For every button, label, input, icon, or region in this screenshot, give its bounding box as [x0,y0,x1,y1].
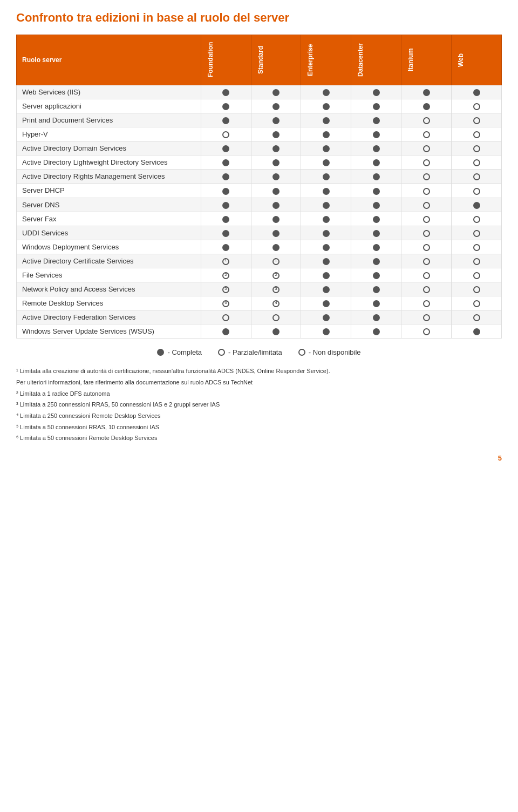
datacenter-cell [351,198,401,212]
enterprise-cell [301,127,351,141]
dot-empty-icon [423,300,430,307]
datacenter-cell [351,310,401,324]
standard-cell [251,113,301,127]
foundation-cell [201,99,251,113]
table-row: Active Directory Domain Services [17,141,502,155]
footnote: ⁵ Limitata a 50 connessioni RRAS, 10 con… [16,422,502,432]
dot-full-icon [423,89,430,96]
enterprise-cell [301,240,351,254]
enterprise-cell [301,254,351,268]
web-cell [452,268,502,282]
web-cell [452,240,502,254]
enterprise-cell [301,296,351,310]
dot-full-icon [373,145,380,152]
role-name-cell: Network Policy and Access Services [17,282,201,296]
standard-cell [251,184,301,198]
dot-full-icon [272,244,280,251]
web-cell [452,226,502,240]
dot-full-icon [373,286,380,293]
role-name-cell: Windows Server Update Services (WSUS) [17,324,201,339]
dot-full-icon [323,117,330,124]
dot-empty-icon [423,230,430,237]
dot-empty-icon [473,300,480,307]
dot-full-icon [272,89,280,96]
dot-empty-icon [473,103,480,110]
itanium-cell [401,254,452,268]
datacenter-cell [351,141,401,155]
dot-full-icon [473,202,480,209]
footnotes: ¹ Limitata alla creazione di autorità di… [16,366,502,443]
datacenter-cell [351,254,401,268]
dot-partial-icon: 1 [272,258,280,265]
datacenter-cell [351,282,401,296]
dot-full-icon [423,103,430,110]
table-row: Active Directory Lightweight Directory S… [17,155,502,170]
dot-full-icon [323,300,330,307]
dot-full-icon [373,244,380,251]
dot-full-icon [323,145,330,152]
dot-empty-icon [473,216,480,223]
itanium-cell [401,282,452,296]
enterprise-cell [301,155,351,170]
dot-full-icon [222,145,229,152]
dot-full-icon [323,202,330,209]
foundation-cell [201,226,251,240]
itanium-cell [401,184,452,198]
dot-full-icon [272,145,280,152]
dot-full-icon [323,159,330,166]
dot-full-icon [222,103,229,110]
dot-full-icon [373,117,380,124]
enterprise-cell [301,226,351,240]
itanium-cell [401,113,452,127]
role-name-cell: Active Directory Lightweight Directory S… [17,155,201,170]
dot-empty-icon [423,159,430,166]
dot-full-icon [473,89,480,96]
role-name-cell: Active Directory Certificate Services [17,254,201,268]
itanium-cell [401,296,452,310]
dot-empty-icon [473,244,480,251]
dot-empty-icon [473,159,480,166]
standard-cell: 2 [251,268,301,282]
dot-empty-icon [423,173,430,180]
standard-cell [251,99,301,113]
datacenter-col-header: Datacenter [351,35,401,85]
dot-empty-icon [473,173,480,180]
dot-empty-icon [473,145,480,152]
dot-full-icon [323,103,330,110]
table-row: UDDI Services [17,226,502,240]
legend-none-label: - Non disponibile [309,348,361,356]
datacenter-cell [351,127,401,141]
foundation-cell [201,141,251,155]
dot-full-icon [222,173,229,180]
itanium-cell [401,85,452,99]
dot-full-icon [222,230,229,237]
dot-full-icon [323,272,330,279]
dot-full-icon [323,188,330,195]
role-name-cell: Windows Deployment Services [17,240,201,254]
dot-full-icon [323,244,330,251]
web-col-header: Web [452,35,502,85]
datacenter-cell [351,184,401,198]
full-icon [157,349,164,356]
standard-cell [251,127,301,141]
comparison-table: Ruolo server Foundation Standard Enterpr… [16,35,502,339]
standard-cell [251,198,301,212]
dot-full-icon [373,216,380,223]
datacenter-cell [351,113,401,127]
web-cell [452,198,502,212]
dot-full-icon [373,131,380,138]
dot-empty-icon [423,328,430,335]
dot-partial-icon: 2 [222,272,229,279]
itanium-cell [401,268,452,282]
web-cell [452,296,502,310]
dot-full-icon [222,159,229,166]
datacenter-cell [351,99,401,113]
web-cell [452,310,502,324]
role-name-cell: Server Fax [17,212,201,226]
dot-full-icon [373,89,380,96]
datacenter-cell [351,170,401,184]
dot-empty-icon [473,117,480,124]
enterprise-cell [301,170,351,184]
dot-full-icon [272,216,280,223]
foundation-cell [201,198,251,212]
